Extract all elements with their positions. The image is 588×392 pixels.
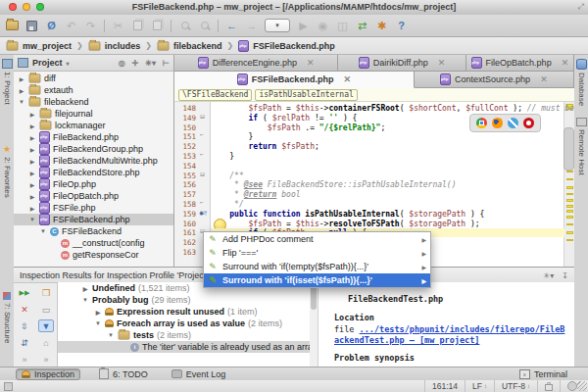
resize-grip[interactable] bbox=[577, 381, 587, 391]
save-all-icon[interactable] bbox=[25, 19, 38, 32]
code-line[interactable]: } bbox=[211, 152, 564, 161]
project-tree-item[interactable]: ▶FileOpBatch.php bbox=[14, 190, 173, 202]
replace-icon[interactable] bbox=[198, 19, 211, 32]
error-stripe-mark[interactable] bbox=[566, 178, 573, 180]
project-tree-item[interactable]: ▶FileBackend.php bbox=[14, 131, 173, 143]
close-tab-icon[interactable]: ✕ bbox=[540, 74, 548, 84]
export-results-icon[interactable]: ↧ bbox=[562, 271, 568, 280]
line-separator-select[interactable]: LF↕ bbox=[465, 380, 494, 392]
tree-arrow-icon[interactable]: ▶ bbox=[28, 134, 36, 141]
project-tree-item[interactable]: ▼CFSFileBackend bbox=[14, 225, 173, 237]
stripe-button-remote-host[interactable]: Remote Host bbox=[574, 118, 588, 175]
cut-icon[interactable]: ✂ bbox=[112, 19, 124, 32]
fold-marker-icon[interactable]: ⌐ bbox=[200, 131, 204, 137]
tree-arrow-icon[interactable]: ▼ bbox=[81, 297, 89, 303]
error-stripe-mark[interactable] bbox=[566, 239, 573, 241]
project-tree-item[interactable]: ▼filebackend bbox=[14, 96, 173, 108]
code-line[interactable]: $fsPath = $this->containerFSRoot( $short… bbox=[211, 104, 564, 113]
toolwindow-toggle-icon[interactable] bbox=[4, 382, 13, 391]
inspection-tree-item[interactable]: ▼tests (2 items) bbox=[58, 329, 310, 341]
settings-gear-icon[interactable]: ✳▾ bbox=[544, 271, 555, 280]
project-tree-item[interactable]: ▶FileBackendStore.php bbox=[14, 167, 173, 178]
error-stripe-mark[interactable] bbox=[566, 223, 573, 225]
code-line[interactable]: } bbox=[211, 132, 564, 141]
synchronize-icon[interactable]: Ø bbox=[45, 19, 58, 32]
group-by-icon[interactable]: ▭ bbox=[38, 303, 54, 316]
breadcrumb-item[interactable]: mw_project bbox=[6, 41, 72, 51]
chevron-down-icon[interactable]: ▾ bbox=[67, 60, 70, 67]
tree-arrow-icon[interactable]: ▶ bbox=[18, 75, 25, 82]
code-line[interactable]: * @see FileBackendStore::isPathUsableInt… bbox=[211, 180, 564, 189]
tree-arrow-icon[interactable]: ▶ bbox=[81, 285, 89, 292]
paste-icon[interactable] bbox=[151, 19, 164, 32]
fold-marker-icon[interactable]: ⌐ bbox=[200, 199, 204, 205]
breadcrumb-item[interactable]: includes bbox=[88, 41, 141, 51]
code-line[interactable]: return $fsPath; bbox=[211, 142, 564, 151]
project-settings-icon[interactable]: ✱ bbox=[375, 19, 388, 32]
stripe-button-1-project[interactable]: 1: Project bbox=[0, 59, 14, 105]
settings-lock-icon[interactable]: ⌂ bbox=[38, 336, 54, 349]
toolwindow-button-terminal[interactable]: ≥Terminal bbox=[514, 368, 572, 380]
stop-icon[interactable]: ◫ bbox=[336, 19, 349, 32]
details-file-link[interactable]: .../tests/phpunit/includes/filerepo/File… bbox=[334, 324, 564, 345]
inspection-tree-item[interactable]: iThe 'iter' variable is already used as … bbox=[58, 341, 310, 353]
project-tree-item[interactable]: ▶lockmanager bbox=[14, 120, 173, 131]
scroll-from-source-icon[interactable]: ◎ bbox=[119, 59, 125, 68]
code-line[interactable]: $fsPath .= "/{$relPath}"; bbox=[211, 123, 564, 132]
editor-scrollbar-thumb[interactable] bbox=[564, 127, 574, 171]
popup-menu-item[interactable]: ✎Surround with 'if(!empty($fsPath)){...}… bbox=[204, 260, 430, 273]
tree-arrow-icon[interactable]: ▼ bbox=[39, 228, 47, 234]
tree-arrow-icon[interactable]: ▶ bbox=[28, 181, 36, 188]
popup-menu-item[interactable]: ✎Surround with 'if(isset($fsPath)){...}'… bbox=[204, 273, 430, 287]
tree-arrow-icon[interactable]: ▶ bbox=[28, 122, 36, 129]
code-line[interactable]: */ bbox=[211, 200, 564, 209]
copy-icon[interactable] bbox=[131, 19, 144, 32]
toolwindow-button-event-log[interactable]: Event Log bbox=[167, 368, 231, 380]
project-tree-item[interactable]: m__construct(config bbox=[14, 237, 173, 249]
error-stripe-mark[interactable] bbox=[566, 205, 573, 208]
close-tab-icon[interactable]: ✕ bbox=[307, 58, 315, 68]
project-tree-item[interactable]: mgetResponseCor bbox=[14, 249, 173, 261]
editor-breadcrumb-chip[interactable]: \FSFileBackend bbox=[178, 89, 252, 101]
undo-icon[interactable]: ↶ bbox=[65, 19, 77, 32]
tree-arrow-icon[interactable]: ▶ bbox=[28, 146, 36, 153]
project-tree-item[interactable]: ▶filejournal bbox=[14, 108, 173, 120]
code-line[interactable]: $fsPath = $this->resolveToFSPath( $stora… bbox=[211, 220, 564, 228]
close-icon[interactable]: ✕ bbox=[17, 303, 32, 316]
tree-arrow-icon[interactable]: ▼ bbox=[28, 217, 36, 222]
tree-arrow-icon[interactable]: ▶ bbox=[28, 111, 36, 118]
fold-marker-icon[interactable]: ⊟ bbox=[200, 113, 205, 120]
toolwindow-button-6-todo[interactable]: 6: TODO bbox=[94, 368, 153, 380]
tree-arrow-icon[interactable]: ▶ bbox=[28, 193, 36, 200]
stripe-button-database[interactable]: Database bbox=[574, 59, 588, 106]
code-line[interactable]: if ( $relPath != '' ) { bbox=[211, 114, 564, 122]
error-stripe[interactable] bbox=[564, 102, 574, 267]
project-tree-item[interactable]: ▶extauth bbox=[14, 84, 173, 96]
error-stripe-mark[interactable] bbox=[566, 171, 573, 172]
project-tree-item[interactable]: ▶FileOp.php bbox=[14, 178, 173, 190]
tree-arrow-icon[interactable]: ▼ bbox=[94, 320, 102, 326]
popup-menu-item[interactable]: ✎Add PHPDoc comment▶ bbox=[204, 232, 430, 246]
breadcrumb-item[interactable]: filebackend bbox=[157, 41, 222, 51]
inspection-scrollbar[interactable] bbox=[310, 282, 318, 367]
filter-icon[interactable]: ▼ bbox=[38, 319, 54, 332]
inspection-tree-item[interactable]: ▼Probably bug (29 items) bbox=[58, 294, 310, 306]
back-icon[interactable]: ← bbox=[225, 19, 238, 32]
code-line[interactable]: public function isPathUsableInternal( $s… bbox=[211, 210, 564, 219]
editor-tab[interactable]: FileOpBatch.php✕ bbox=[466, 55, 574, 72]
editor-tab[interactable]: ContextSource.php✕ bbox=[415, 72, 574, 88]
redo-icon[interactable]: ↷ bbox=[84, 19, 97, 32]
forward-icon[interactable]: → bbox=[245, 19, 258, 32]
inspection-tree-item[interactable]: ▼Foreach array is used as value (2 items… bbox=[58, 318, 310, 329]
run-config-select[interactable]: ▾ bbox=[265, 19, 290, 32]
tree-arrow-icon[interactable]: ▶ bbox=[94, 309, 102, 316]
error-stripe-mark[interactable] bbox=[566, 216, 573, 219]
fold-marker-icon[interactable]: ⌐ bbox=[200, 151, 204, 157]
code-line[interactable]: * @return bool bbox=[211, 190, 564, 199]
tree-arrow-icon[interactable]: ▶ bbox=[28, 158, 36, 165]
error-stripe-mark[interactable] bbox=[566, 193, 573, 195]
rerun-inspection-icon[interactable]: ▶▶ bbox=[17, 286, 32, 299]
project-tree-item[interactable]: ▼FSFileBackend.php bbox=[14, 214, 173, 225]
project-tree-item[interactable]: ▶FileBackendMultiWrite.php bbox=[14, 155, 173, 167]
inspection-tree-item[interactable]: ▶Expression result unused (1 item) bbox=[58, 306, 310, 318]
